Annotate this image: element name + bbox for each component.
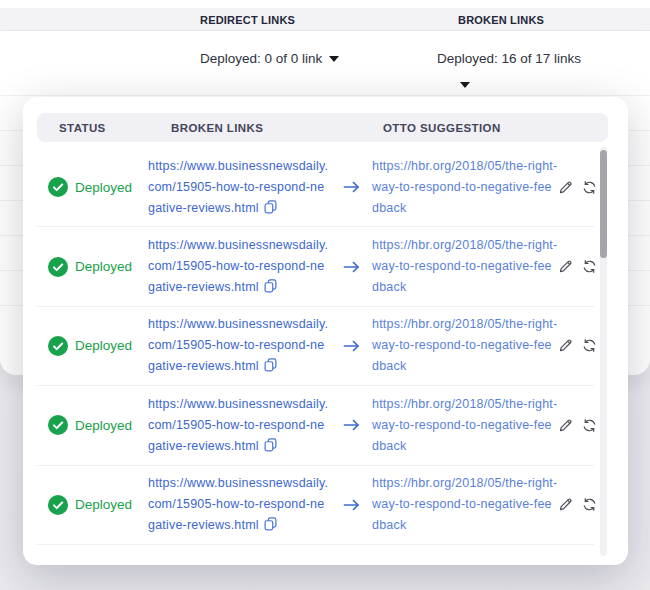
status-label: Deployed — [75, 418, 132, 433]
otto-suggestion-url[interactable]: https://hbr.org/2018/05/the-right-way-to… — [372, 397, 557, 453]
broken-link-cell: https://www.businessnewsdaily.com/15905-… — [148, 394, 330, 457]
check-circle-icon — [48, 257, 68, 277]
copy-icon[interactable] — [264, 200, 277, 214]
arrow-right-icon — [343, 418, 360, 432]
redirect-links-deployed-summary: Deployed: 0 of 0 link — [200, 51, 339, 66]
status-label: Deployed — [75, 338, 132, 353]
copy-icon[interactable] — [264, 438, 277, 452]
arrow-right-icon — [343, 260, 360, 274]
status-label: Deployed — [75, 259, 132, 274]
otto-suggestion-cell: https://hbr.org/2018/05/the-right-way-to… — [372, 235, 558, 298]
status-cell: Deployed — [48, 257, 148, 277]
status-label: Deployed — [75, 497, 132, 512]
pencil-icon[interactable] — [558, 338, 573, 353]
background-table-header: REDIRECT LINKS BROKEN LINKS — [0, 8, 650, 31]
pencil-icon[interactable] — [558, 418, 573, 433]
row-actions — [558, 259, 599, 274]
table-row: Deployed https://www.businessnewsdaily.c… — [37, 148, 594, 227]
arrow-right-icon — [343, 339, 360, 353]
otto-suggestion-url[interactable]: https://hbr.org/2018/05/the-right-way-to… — [372, 317, 557, 373]
broken-links-column-header: BROKEN LINKS — [171, 122, 263, 134]
arrow-cell — [330, 339, 372, 353]
status-cell: Deployed — [48, 415, 148, 435]
arrow-cell — [330, 418, 372, 432]
row-actions — [558, 497, 599, 512]
arrow-right-icon — [343, 180, 360, 194]
broken-link-cell: https://www.businessnewsdaily.com/15905-… — [148, 314, 330, 377]
otto-suggestion-url[interactable]: https://hbr.org/2018/05/the-right-way-to… — [372, 159, 557, 215]
detail-table-body: Deployed https://www.businessnewsdaily.c… — [37, 148, 594, 545]
refresh-icon[interactable] — [582, 338, 597, 353]
copy-icon[interactable] — [264, 517, 277, 531]
status-cell: Deployed — [48, 336, 148, 356]
page-top-strip — [0, 0, 650, 8]
broken-link-url[interactable]: https://www.businessnewsdaily.com/15905-… — [148, 159, 328, 215]
table-row: Deployed https://www.businessnewsdaily.c… — [37, 466, 594, 545]
broken-links-detail-panel: STATUS BROKEN LINKS OTTO SUGGESTION Depl… — [23, 97, 628, 565]
otto-suggestion-cell: https://hbr.org/2018/05/the-right-way-to… — [372, 314, 558, 377]
caret-down-icon[interactable] — [329, 56, 339, 62]
row-actions — [558, 180, 599, 195]
broken-link-cell: https://www.businessnewsdaily.com/15905-… — [148, 235, 330, 298]
broken-link-url[interactable]: https://www.businessnewsdaily.com/15905-… — [148, 317, 328, 373]
scrollbar-track[interactable] — [600, 147, 607, 556]
refresh-icon[interactable] — [582, 180, 597, 195]
otto-suggestion-cell: https://hbr.org/2018/05/the-right-way-to… — [372, 156, 558, 219]
scrollbar-thumb[interactable] — [600, 150, 607, 258]
table-row: Deployed https://www.businessnewsdaily.c… — [37, 386, 594, 465]
arrow-cell — [330, 498, 372, 512]
caret-down-icon[interactable] — [460, 82, 470, 88]
broken-link-cell: https://www.businessnewsdaily.com/15905-… — [148, 156, 330, 219]
check-circle-icon — [48, 336, 68, 356]
row-actions — [558, 418, 599, 433]
pencil-icon[interactable] — [558, 497, 573, 512]
arrow-cell — [330, 180, 372, 194]
refresh-icon[interactable] — [582, 418, 597, 433]
broken-link-cell: https://www.businessnewsdaily.com/15905-… — [148, 473, 330, 536]
broken-links-column-header: BROKEN LINKS — [458, 14, 544, 26]
otto-suggestion-url[interactable]: https://hbr.org/2018/05/the-right-way-to… — [372, 476, 557, 532]
redirect-deployed-text: Deployed: 0 of 0 link — [200, 51, 322, 66]
table-row: Deployed https://www.businessnewsdaily.c… — [37, 307, 594, 386]
check-circle-icon — [48, 177, 68, 197]
otto-suggestion-url[interactable]: https://hbr.org/2018/05/the-right-way-to… — [372, 238, 557, 294]
arrow-right-icon — [343, 498, 360, 512]
copy-icon[interactable] — [264, 279, 277, 293]
status-cell: Deployed — [48, 495, 148, 515]
broken-link-url[interactable]: https://www.businessnewsdaily.com/15905-… — [148, 238, 328, 294]
otto-suggestion-column-header: OTTO SUGGESTION — [383, 122, 501, 134]
pencil-icon[interactable] — [558, 180, 573, 195]
status-cell: Deployed — [48, 177, 148, 197]
broken-link-url[interactable]: https://www.businessnewsdaily.com/15905-… — [148, 476, 328, 532]
pencil-icon[interactable] — [558, 259, 573, 274]
table-row: Deployed https://www.businessnewsdaily.c… — [37, 227, 594, 306]
broken-links-deployed-summary: Deployed: 16 of 17 links — [437, 51, 581, 66]
arrow-cell — [330, 260, 372, 274]
copy-icon[interactable] — [264, 358, 277, 372]
check-circle-icon — [48, 495, 68, 515]
detail-table-header: STATUS BROKEN LINKS OTTO SUGGESTION — [37, 113, 608, 142]
refresh-icon[interactable] — [582, 259, 597, 274]
otto-suggestion-cell: https://hbr.org/2018/05/the-right-way-to… — [372, 394, 558, 457]
status-column-header: STATUS — [59, 122, 106, 134]
broken-link-url[interactable]: https://www.businessnewsdaily.com/15905-… — [148, 397, 328, 453]
broken-deployed-text: Deployed: 16 of 17 links — [437, 51, 581, 66]
otto-suggestion-cell: https://hbr.org/2018/05/the-right-way-to… — [372, 473, 558, 536]
status-label: Deployed — [75, 180, 132, 195]
refresh-icon[interactable] — [582, 497, 597, 512]
check-circle-icon — [48, 415, 68, 435]
table-row-divider — [0, 95, 650, 96]
redirect-links-column-header: REDIRECT LINKS — [200, 14, 295, 26]
row-actions — [558, 338, 599, 353]
